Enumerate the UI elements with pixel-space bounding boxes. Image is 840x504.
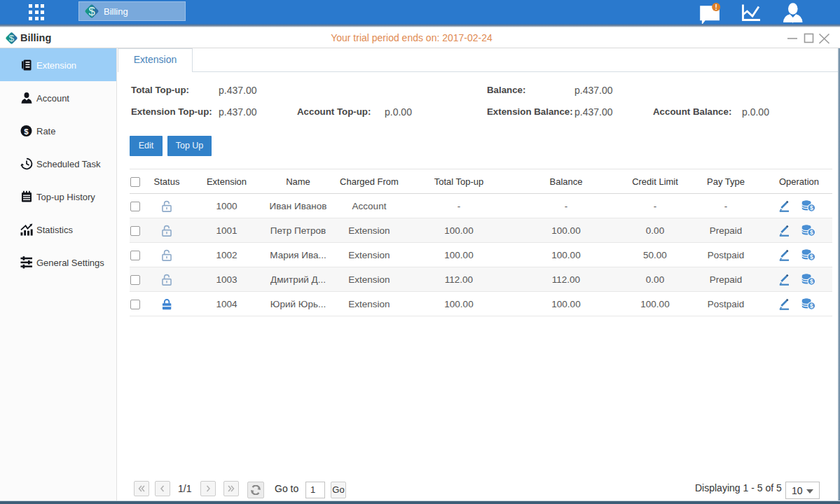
svg-text:$: $ [24, 127, 29, 135]
svg-text:!: ! [715, 4, 717, 11]
svg-text:$: $ [88, 5, 95, 18]
svg-text:$: $ [9, 33, 15, 43]
